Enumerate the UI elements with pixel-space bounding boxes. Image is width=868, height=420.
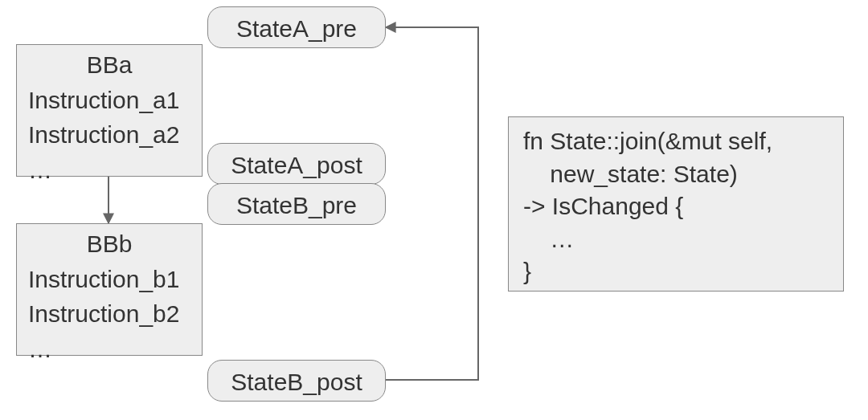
node-bba: BBa Instruction_a1 Instruction_a2 … (16, 44, 203, 177)
state-a-post-label: StateA_post (208, 144, 385, 187)
bba-instr1: Instruction_a1 (17, 85, 202, 120)
bbb-more: … (17, 334, 202, 369)
codebox-content: fn State::join(&mut self, new_state: Sta… (509, 117, 843, 296)
code-line-5: } (523, 258, 531, 284)
code-line-4: … (523, 226, 574, 252)
state-b-post-label: StateB_post (208, 361, 385, 404)
bba-more: … (17, 155, 202, 190)
bba-title: BBa (17, 45, 202, 85)
code-line-1: fn State::join(&mut self, (523, 128, 772, 154)
node-state-b-post: StateB_post (207, 360, 386, 402)
node-state-a-pre: StateA_pre (207, 6, 386, 48)
code-line-2: new_state: State) (523, 161, 738, 187)
node-state-a-post: StateA_post (207, 143, 386, 185)
state-b-pre-label: StateB_pre (208, 184, 385, 227)
bbb-instr2: Instruction_b2 (17, 299, 202, 334)
code-line-3: -> IsChanged { (523, 193, 683, 219)
edge-feedback (386, 27, 478, 380)
state-a-pre-label: StateA_pre (208, 7, 385, 51)
node-bbb: BBb Instruction_b1 Instruction_b2 … (16, 223, 203, 356)
bbb-title: BBb (17, 224, 202, 264)
bbb-instr1: Instruction_b1 (17, 264, 202, 300)
node-state-b-pre: StateB_pre (207, 183, 386, 225)
bba-instr2: Instruction_a2 (17, 120, 202, 155)
node-codebox: fn State::join(&mut self, new_state: Sta… (508, 116, 844, 292)
